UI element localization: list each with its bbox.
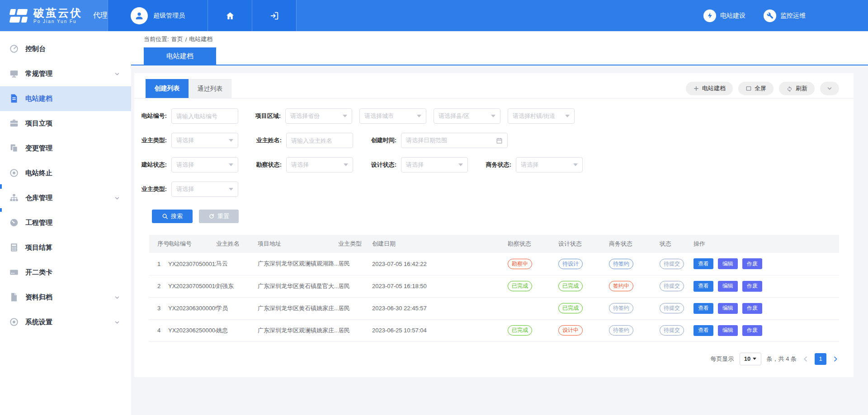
void-button[interactable]: 作废: [742, 325, 762, 336]
user-avatar: [131, 7, 148, 24]
per-page-select[interactable]: 10: [740, 353, 761, 365]
table-row: 2YX2023070500010刘强东广东深圳龙华区黄石镇星官大...居民202…: [149, 275, 839, 297]
sidebar-item-label: 变更管理: [25, 144, 120, 153]
app-logo: 破茧云伏 Po Jian Yun Fu 代理端: [0, 0, 108, 31]
owner-type2-select[interactable]: 请选择: [171, 182, 238, 197]
status-cell: [508, 297, 558, 319]
sidebar-item-label: 电站终止: [25, 169, 120, 177]
view-button[interactable]: 查看: [693, 281, 713, 292]
logout-icon: [269, 11, 279, 21]
view-button[interactable]: 查看: [693, 303, 713, 314]
prev-page-button[interactable]: [802, 355, 809, 363]
status-cell: 待提交: [660, 275, 693, 297]
search-button[interactable]: 搜索: [152, 210, 193, 223]
sidebar-item-sitemap[interactable]: 仓库管理: [0, 186, 131, 210]
status-cell: 已完成: [558, 297, 609, 319]
county-select[interactable]: 请选择县/区: [434, 108, 500, 124]
sidebar-item-label: 系统设置: [25, 318, 114, 326]
home-button[interactable]: [208, 0, 252, 31]
view-button[interactable]: 查看: [693, 258, 713, 269]
column-header: 业主姓名: [216, 235, 258, 253]
sidebar-item-gauge[interactable]: 工程管理: [0, 210, 131, 235]
survey-status-select[interactable]: 请选择: [286, 157, 353, 173]
sidebar-item-copy[interactable]: 变更管理: [0, 136, 131, 161]
edit-button[interactable]: 编辑: [718, 258, 738, 269]
sidebar-item-card[interactable]: 开二类卡: [0, 260, 131, 285]
refresh-button[interactable]: 刷新: [779, 82, 815, 95]
toolbar: 电站建档 全屏 刷新: [686, 82, 839, 98]
page-number-button[interactable]: 1: [815, 353, 826, 365]
nav-monitor-ops[interactable]: 监控运维: [764, 9, 806, 22]
column-header: 勘察状态: [508, 235, 558, 253]
table-cell: 广东深圳龙华区观澜镇姚家庄...: [258, 319, 338, 341]
table-cell: 马云: [216, 253, 258, 275]
user-menu[interactable]: 超级管理员: [108, 0, 208, 31]
search-icon: [162, 213, 168, 219]
owner-type-label: 业主类型:: [135, 136, 167, 145]
status-badge: 已完成: [558, 281, 583, 291]
design-status-select[interactable]: 请选择: [401, 157, 468, 173]
sidebar-item-calculator[interactable]: 项目结算: [0, 235, 131, 260]
wrench-icon: [764, 9, 776, 22]
business-status-select[interactable]: 请选择: [516, 157, 583, 173]
main-area: 当前位置: 首页 / 电站建档 电站建档 创建列表 通过列表 电站建档: [131, 31, 868, 415]
sidebar-item-label: 常规管理: [25, 70, 114, 78]
station-table: 序号电站编号业主姓名项目地址业主类型创建日期勘察状态设计状态商务状态状态操作 1…: [149, 235, 839, 342]
station-no-input-wrap: [171, 108, 238, 124]
next-page-button[interactable]: [832, 355, 839, 363]
total-count-label: 条，共 4 条: [767, 355, 797, 363]
table-cell: 居民: [338, 319, 372, 341]
edit-button[interactable]: 编辑: [718, 325, 738, 336]
breadcrumb-home-link[interactable]: 首页: [171, 35, 183, 43]
edit-button[interactable]: 编辑: [718, 281, 738, 292]
sidebar-item-dashboard[interactable]: 控制台: [0, 37, 131, 61]
void-button[interactable]: 作废: [742, 281, 762, 292]
chevron-left-icon: [802, 355, 809, 363]
date-range-picker[interactable]: 请选择日期范围: [401, 133, 508, 148]
create-station-button[interactable]: 电站建档: [686, 82, 733, 95]
chevron-down-icon: [826, 85, 833, 92]
page-tab-station-archive[interactable]: 电站建档: [144, 47, 216, 65]
tab-create-list[interactable]: 创建列表: [146, 79, 189, 98]
nav-station-build-label: 电站建设: [720, 12, 745, 20]
status-badge: 待提交: [660, 259, 684, 269]
sidebar-item-settings[interactable]: 系统设置: [0, 310, 131, 335]
sidebar-item-file[interactable]: 资料归档: [0, 285, 131, 310]
table-cell: 居民: [338, 297, 372, 319]
sidebar-item-briefcase[interactable]: 项目立项: [0, 111, 131, 136]
sidebar-item-monitor[interactable]: 常规管理: [0, 61, 131, 86]
owner-type-select[interactable]: 请选择: [171, 133, 238, 148]
sidebar-item-file-text[interactable]: 电站建档: [0, 86, 131, 111]
table-cell: 广东深圳龙华区黄石镇星官大...: [258, 275, 338, 297]
village-select[interactable]: 请选择村镇/街道: [508, 108, 575, 124]
column-header: 状态: [660, 235, 693, 253]
app-subtitle: Po Jian Yun Fu: [33, 19, 82, 24]
view-button[interactable]: 查看: [693, 325, 713, 336]
status-badge: 签约中: [609, 281, 633, 291]
owner-name-input[interactable]: [291, 137, 348, 144]
sidebar: 控制台常规管理电站建档项目立项变更管理电站终止仓库管理工程管理项目结算开二类卡资…: [0, 31, 131, 415]
fullscreen-button[interactable]: 全屏: [738, 82, 774, 95]
collapse-toolbar-button[interactable]: [820, 82, 839, 95]
sidebar-item-disc[interactable]: 电站终止: [0, 161, 131, 186]
station-no-input[interactable]: [176, 113, 233, 120]
reset-button[interactable]: 重置: [199, 210, 239, 223]
build-status-select[interactable]: 请选择: [171, 157, 238, 173]
nav-station-build[interactable]: 电站建设: [703, 9, 745, 22]
void-button[interactable]: 作废: [742, 303, 762, 314]
city-select[interactable]: 请选择城市: [359, 108, 426, 124]
edit-button[interactable]: 编辑: [718, 303, 738, 314]
actions-cell: 查看编辑作废: [693, 297, 839, 319]
void-button[interactable]: 作废: [742, 258, 762, 269]
logout-button[interactable]: [252, 0, 297, 31]
table-row: 1YX2023070500011马云广东深圳龙华区观澜镇观湖路...居民2023…: [149, 253, 839, 275]
status-cell: 待签约: [609, 319, 660, 341]
page-tab-strip: 电站建档: [131, 47, 868, 65]
province-select[interactable]: 请选择省份: [285, 108, 352, 124]
sidebar-item-label: 工程管理: [25, 219, 120, 227]
tab-passed-list[interactable]: 通过列表: [189, 79, 231, 98]
sidebar-item-label: 仓库管理: [25, 194, 114, 202]
user-name: 超级管理员: [153, 12, 185, 20]
breadcrumb-prefix: 当前位置:: [144, 35, 169, 43]
app-title: 破茧云伏: [33, 7, 82, 19]
